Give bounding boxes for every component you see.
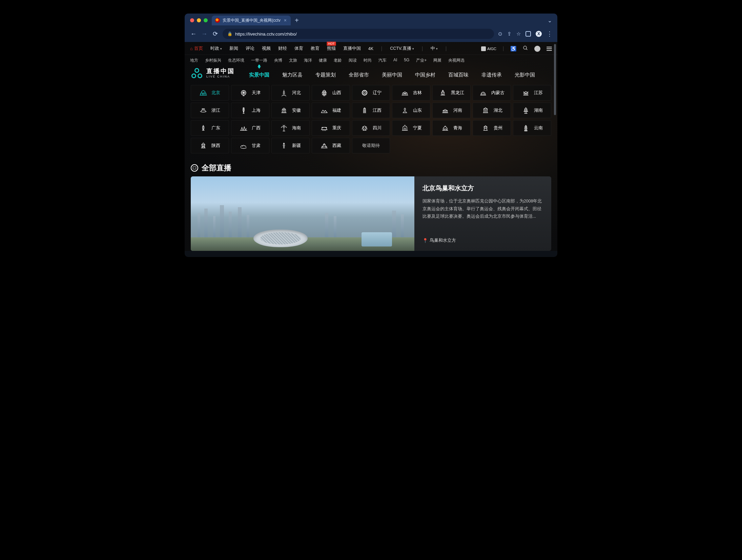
subnav-item[interactable]: 网展	[433, 58, 441, 63]
province-cell[interactable]: 海南	[271, 120, 310, 136]
subnav-item[interactable]: 生态环境	[228, 58, 244, 63]
subnav-item[interactable]: 海洋	[304, 58, 312, 63]
main-nav-item[interactable]: 实景中国	[249, 68, 269, 78]
province-cell[interactable]: 天津	[231, 85, 269, 101]
extensions-icon[interactable]	[525, 31, 531, 37]
province-cell[interactable]: 陕西	[191, 138, 229, 153]
province-cell[interactable]: 江西	[352, 103, 390, 118]
province-cell[interactable]: 河南	[432, 103, 471, 118]
nav-item[interactable]: 体育	[294, 46, 303, 51]
search-icon[interactable]	[523, 45, 528, 52]
nav-separator	[446, 46, 446, 51]
site-logo[interactable]: 直播中国 LIVE CHINA	[191, 68, 235, 78]
subnav-item[interactable]: 央博	[274, 58, 282, 63]
nav-item[interactable]: 财经	[278, 46, 287, 51]
province-cell[interactable]: 湖南	[513, 103, 551, 118]
province-label: 贵州	[494, 125, 502, 131]
province-icon	[522, 107, 530, 114]
share-icon[interactable]: ⇪	[507, 31, 512, 37]
main-nav-item[interactable]: 魅力区县	[282, 68, 303, 78]
minimize-window-button[interactable]	[197, 18, 201, 22]
main-nav-item[interactable]: 非遗传承	[481, 68, 502, 78]
main-nav-item[interactable]: 光影中国	[515, 68, 535, 78]
province-cell[interactable]: 青海	[432, 120, 471, 136]
subnav-item[interactable]: 阅读	[349, 58, 357, 63]
hamburger-menu-icon[interactable]	[547, 46, 552, 52]
province-cell[interactable]: 黑龙江	[432, 85, 471, 101]
subnav-item[interactable]: 产业+	[416, 58, 427, 63]
province-cell[interactable]: 新疆	[271, 138, 310, 153]
province-cell[interactable]: 贵州	[473, 120, 511, 136]
subnav-item[interactable]: 地方	[190, 58, 198, 63]
scrollbar[interactable]	[554, 44, 556, 115]
province-label: 青海	[453, 125, 462, 131]
menu-icon[interactable]: ⋮	[547, 30, 552, 38]
main-nav-item[interactable]: 美丽中国	[382, 68, 402, 78]
maximize-window-button[interactable]	[204, 18, 208, 22]
nav-aigc[interactable]: AIGC	[481, 46, 496, 51]
province-cell[interactable]: 吉林	[392, 85, 430, 101]
forward-button[interactable]: →	[201, 30, 208, 38]
subnav-item[interactable]: 央视网选	[448, 58, 465, 63]
province-cell[interactable]: 江苏	[513, 85, 551, 101]
tabs-dropdown-button[interactable]: ⌄	[548, 17, 552, 24]
province-cell[interactable]: 湖北	[473, 103, 511, 118]
nav-item[interactable]: 视频	[262, 46, 271, 51]
province-cell[interactable]: 上海	[231, 103, 269, 118]
province-cell[interactable]: 内蒙古	[473, 85, 511, 101]
province-cell[interactable]: 浙江	[191, 103, 229, 118]
province-cell[interactable]: 重庆	[312, 120, 350, 136]
province-cell[interactable]: 西藏	[312, 138, 350, 153]
province-cell[interactable]: 云南	[513, 120, 551, 136]
subnav-item[interactable]: 乡村振兴	[205, 58, 221, 63]
province-cell[interactable]: 北京	[191, 85, 229, 101]
profile-icon[interactable]: X	[536, 31, 542, 37]
subnav-item[interactable]: 汽车	[378, 58, 387, 63]
subnav-item[interactable]: 一带一路	[251, 58, 267, 63]
subnav-item[interactable]: 时尚	[364, 58, 372, 63]
bookmark-icon[interactable]: ☆	[516, 31, 521, 37]
main-nav-item[interactable]: 专题策划	[315, 68, 336, 78]
main-nav-item[interactable]: 中国乡村	[415, 68, 435, 78]
province-cell[interactable]: 山东	[392, 103, 430, 118]
nav-item[interactable]: 时政▾	[210, 46, 222, 51]
nav-item[interactable]: 教育	[311, 46, 320, 51]
search-engine-icon[interactable]: ⊙	[498, 31, 502, 37]
user-icon[interactable]	[534, 46, 540, 52]
province-cell[interactable]: 福建	[312, 103, 350, 118]
nav-language[interactable]: 中 ▾	[431, 46, 438, 51]
nav-item[interactable]: 熊猫HOT	[327, 46, 336, 51]
subnav-item[interactable]: AI	[393, 58, 397, 63]
nav-home[interactable]: ⌂ 首页	[190, 46, 203, 51]
province-cell[interactable]: 山西	[312, 85, 350, 101]
tab-close-button[interactable]: ×	[283, 18, 287, 23]
nav-item[interactable]: 新闻	[229, 46, 238, 51]
feature-card[interactable]: 北京鸟巢和水立方 国家体育场，位于北京奥林匹克公园中心区南部，为2008年北京奥…	[191, 176, 551, 251]
province-cell[interactable]: 甘肃	[231, 138, 269, 153]
subnav-item[interactable]: 健康	[319, 58, 327, 63]
nav-item[interactable]: 直播中国	[343, 46, 361, 51]
province-icon	[481, 107, 490, 114]
province-cell[interactable]: 河北	[271, 85, 310, 101]
province-cell[interactable]: 四川	[352, 120, 390, 136]
province-cell[interactable]: 广东	[191, 120, 229, 136]
nav-item[interactable]: 评论	[246, 46, 254, 51]
address-bar[interactable]: 🔒 https://livechina.cctv.com/zhibo/	[223, 29, 494, 39]
reload-button[interactable]: ⟳	[212, 30, 219, 38]
close-window-button[interactable]	[190, 18, 194, 22]
accessibility-icon[interactable]: ♿	[510, 46, 517, 52]
main-nav-item[interactable]: 全部省市	[349, 68, 369, 78]
province-cell[interactable]: 宁夏	[392, 120, 430, 136]
new-tab-button[interactable]: +	[295, 17, 299, 24]
subnav-item[interactable]: 5G	[404, 58, 409, 63]
province-cell[interactable]: 广西	[231, 120, 269, 136]
nav-item[interactable]: 4K	[368, 46, 373, 51]
back-button[interactable]: ←	[190, 30, 197, 38]
subnav-item[interactable]: 老龄	[334, 58, 342, 63]
province-cell[interactable]: 辽宁	[352, 85, 390, 101]
main-nav-item[interactable]: 百城百味	[448, 68, 469, 78]
province-cell[interactable]: 安徽	[271, 103, 310, 118]
nav-cctv-live[interactable]: CCTV.直播 ▾	[390, 46, 414, 51]
subnav-item[interactable]: 文旅	[289, 58, 297, 63]
browser-tab[interactable]: 实景中国_直播中国_央视网(cctv ×	[212, 16, 291, 25]
